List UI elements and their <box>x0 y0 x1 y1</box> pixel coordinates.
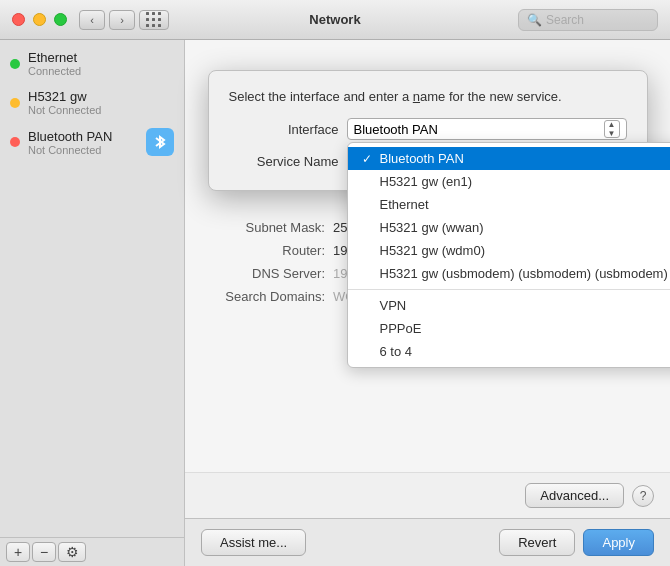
sidebar-item-ethernet-info: Ethernet Connected <box>28 50 81 77</box>
dropdown-option-h5321-wdm0[interactable]: H5321 gw (wdm0) <box>348 239 671 262</box>
advanced-button[interactable]: Advanced... <box>525 483 624 508</box>
dropdown-option-ethernet-label: Ethernet <box>380 197 429 212</box>
sidebar-item-h5321gw-info: H5321 gw Not Connected <box>28 89 101 116</box>
sidebar-item-ethernet[interactable]: Ethernet Connected <box>0 44 184 83</box>
subnet-mask-label: Subnet Mask: <box>205 220 325 235</box>
add-service-button[interactable]: + <box>6 542 30 562</box>
interface-dropdown-container: Bluetooth PAN ▲ ▼ ✓ Bluetooth PAN <box>347 118 627 140</box>
dropdown-option-h5321-wwan[interactable]: H5321 gw (wwan) <box>348 216 671 239</box>
interface-dropdown-menu: ✓ Bluetooth PAN H5321 gw (en1) Ethernet <box>347 142 671 368</box>
dropdown-option-vpn-label: VPN <box>380 298 407 313</box>
checkmark-bluetooth-pan: ✓ <box>362 152 380 166</box>
dropdown-option-bluetooth-pan-label: Bluetooth PAN <box>380 151 464 166</box>
dialog-overlay: Select the interface and enter a name fo… <box>185 40 670 191</box>
interface-label: Interface <box>229 122 339 137</box>
sidebar: Ethernet Connected H5321 gw Not Connecte… <box>0 40 185 566</box>
dropdown-option-h5321-en1[interactable]: H5321 gw (en1) <box>348 170 671 193</box>
revert-button[interactable]: Revert <box>499 529 575 556</box>
sidebar-toolbar: + − ⚙ <box>0 537 184 566</box>
sidebar-item-bluetooth-status: Not Connected <box>28 144 112 156</box>
back-button[interactable]: ‹ <box>79 10 105 30</box>
dialog-description: Select the interface and enter a name fo… <box>229 89 627 104</box>
dropdown-arrow-icon: ▲ ▼ <box>604 120 620 138</box>
search-domains-label: Search Domains: <box>205 289 325 304</box>
window-title: Network <box>309 12 360 27</box>
remove-service-button[interactable]: − <box>32 542 56 562</box>
dropdown-option-h5321-wdm0-label: H5321 gw (wdm0) <box>380 243 486 258</box>
service-gear-button[interactable]: ⚙ <box>58 542 86 562</box>
status-dot-bluetooth <box>10 137 20 147</box>
dropdown-option-pppoe-label: PPPoE <box>380 321 422 336</box>
search-icon: 🔍 <box>527 13 542 27</box>
apply-button[interactable]: Apply <box>583 529 654 556</box>
main-content: Ethernet Connected H5321 gw Not Connecte… <box>0 40 670 566</box>
sidebar-list: Ethernet Connected H5321 gw Not Connecte… <box>0 40 184 537</box>
status-dot-ethernet <box>10 59 20 69</box>
bottom-toolbar: Advanced... ? <box>185 472 670 518</box>
dropdown-option-h5321-en1-label: H5321 gw (en1) <box>380 174 473 189</box>
bottom-actions: Assist me... Revert Apply <box>185 518 670 566</box>
sidebar-item-h5321gw-status: Not Connected <box>28 104 101 116</box>
sidebar-item-bluetooth-name: Bluetooth PAN <box>28 129 112 144</box>
assist-button[interactable]: Assist me... <box>201 529 306 556</box>
dropdown-option-h5321-usbmodem-label: H5321 gw (usbmodem) (usbmodem) (usbmodem… <box>380 266 668 281</box>
dropdown-option-pppoe[interactable]: PPPoE <box>348 317 671 340</box>
traffic-lights <box>12 13 67 26</box>
dropdown-option-vpn[interactable]: VPN <box>348 294 671 317</box>
new-service-dialog: Select the interface and enter a name fo… <box>208 70 648 191</box>
dropdown-option-ethernet[interactable]: Ethernet <box>348 193 671 216</box>
minimize-button[interactable] <box>33 13 46 26</box>
router-label: Router: <box>205 243 325 258</box>
titlebar: ‹ › Network 🔍 Search <box>0 0 670 40</box>
interface-dropdown[interactable]: Bluetooth PAN ▲ ▼ <box>347 118 627 140</box>
nav-buttons: ‹ › <box>79 10 135 30</box>
sidebar-item-bluetooth[interactable]: Bluetooth PAN Not Connected <box>0 122 184 162</box>
help-button[interactable]: ? <box>632 485 654 507</box>
dropdown-option-h5321-usbmodem[interactable]: H5321 gw (usbmodem) (usbmodem) (usbmodem… <box>348 262 671 285</box>
search-box[interactable]: 🔍 Search <box>518 9 658 31</box>
dropdown-option-6to4-label: 6 to 4 <box>380 344 413 359</box>
service-name-label: Service Name <box>229 154 339 169</box>
forward-button[interactable]: › <box>109 10 135 30</box>
dropdown-option-h5321-wwan-label: H5321 gw (wwan) <box>380 220 484 235</box>
apps-grid-icon <box>146 12 162 28</box>
status-dot-h5321gw <box>10 98 20 108</box>
dropdown-option-bluetooth-pan[interactable]: ✓ Bluetooth PAN <box>348 147 671 170</box>
sidebar-item-h5321gw-name: H5321 gw <box>28 89 101 104</box>
right-panel: Select the interface and enter a name fo… <box>185 40 670 566</box>
bluetooth-icon-badge <box>146 128 174 156</box>
interface-selected-value: Bluetooth PAN <box>354 122 438 137</box>
interface-row: Interface Bluetooth PAN ▲ ▼ ✓ <box>229 118 627 140</box>
dns-label: DNS Server: <box>205 266 325 281</box>
dropdown-separator <box>348 289 671 290</box>
sidebar-item-bluetooth-info: Bluetooth PAN Not Connected <box>28 129 112 156</box>
apps-button[interactable] <box>139 10 169 30</box>
close-button[interactable] <box>12 13 25 26</box>
sidebar-item-h5321gw[interactable]: H5321 gw Not Connected <box>0 83 184 122</box>
search-placeholder: Search <box>546 13 584 27</box>
sidebar-item-ethernet-name: Ethernet <box>28 50 81 65</box>
maximize-button[interactable] <box>54 13 67 26</box>
sidebar-item-ethernet-status: Connected <box>28 65 81 77</box>
dropdown-option-6to4[interactable]: 6 to 4 <box>348 340 671 363</box>
bluetooth-icon <box>152 134 168 150</box>
